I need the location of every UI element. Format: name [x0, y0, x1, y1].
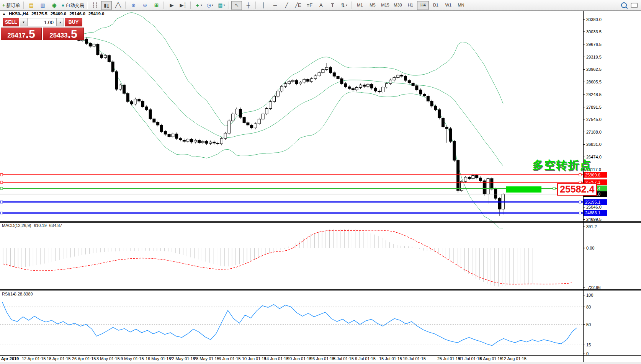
svg-text:0.00: 0.00 [586, 246, 594, 250]
toolbar-templates-icon[interactable]: ▦▾ [216, 1, 227, 10]
svg-text:25969.6: 25969.6 [585, 173, 600, 177]
timeframe-D1-button[interactable]: D1 [430, 1, 442, 10]
toolbar-auto-scroll-icon[interactable]: ▶ [166, 1, 177, 10]
templates-icon: ▦ [218, 3, 222, 8]
toolbar-new-order-button[interactable]: +新订单 [1, 1, 21, 10]
arrows-icon: ⇅ [341, 3, 345, 8]
sell-button[interactable]: SELL [3, 18, 19, 26]
toolbar-indicators-icon[interactable]: ＋▾ [193, 1, 204, 10]
sell-price-main: 25417 [7, 32, 25, 39]
new-order-label: 新订单 [7, 3, 20, 8]
sell-price-frac: .5 [26, 28, 35, 40]
toolbar-text-icon[interactable]: A [316, 1, 326, 10]
timeframe-M5-button[interactable]: M5 [366, 1, 378, 10]
time-label: 8 Apr 2019 [0, 356, 19, 361]
buy-price-frac: .5 [68, 28, 77, 40]
time-axis[interactable]: 8 Apr 201912 Apr 01:1518 Apr 01:1526 Apr… [0, 356, 527, 361]
toolbar-tile-windows-icon[interactable]: ⊞ [151, 1, 162, 10]
volume-decrease-button[interactable]: ▼ [20, 18, 27, 26]
indicators-dropdown-icon[interactable]: ▾ [201, 4, 202, 7]
toolbar-channel-icon[interactable]: ╱E [293, 1, 303, 10]
ohlc-low: 25146.0 [69, 11, 85, 16]
time-label: 12 Apr 01:15 [22, 356, 46, 361]
collapse-ohlc-icon[interactable]: ▲ [2, 12, 6, 16]
time-label: 26 Apr 01:15 [72, 356, 96, 361]
svg-text:50: 50 [586, 322, 591, 327]
macd-indicator-label: MACD(12,26,9) -610.19 -634.87 [2, 223, 62, 228]
toolbar-horizontal-line-icon[interactable]: ─ [270, 1, 280, 10]
toolbar-crosshair-icon[interactable]: ┼ [243, 1, 253, 10]
time-label: 3 Jul 01:15 [333, 356, 354, 361]
toolbar-data-window-icon[interactable]: ▥ [38, 1, 48, 10]
buy-price-display[interactable]: 25433 .5 [43, 28, 84, 40]
periods-dropdown-icon[interactable]: ▾ [212, 4, 213, 7]
trading-terminal-window: 30380.030033.529676.529319.528962.528605… [0, 0, 641, 364]
toolbar-bar-chart-icon[interactable]: ┆┆ [90, 1, 100, 10]
toolbar-separator [190, 2, 191, 9]
toolbar-line-chart-icon[interactable]: ╱╲ [113, 1, 123, 10]
time-label: 9 Jul 01:15 [355, 356, 376, 361]
timeframe-H1-button[interactable]: H1 [404, 1, 416, 10]
arrows-dropdown-icon[interactable]: ▾ [346, 4, 347, 7]
sell-price-display[interactable]: 25417 .5 [1, 28, 42, 40]
chart-text-annotation[interactable]: 多空转折点 [532, 158, 592, 173]
svg-text:24699.5: 24699.5 [586, 217, 602, 222]
svg-text:24883.1: 24883.1 [585, 211, 600, 215]
toolbar-candlestick-chart-icon[interactable]: ▮▯ [101, 1, 112, 10]
periods-icon: ◷ [207, 3, 211, 8]
svg-text:100: 100 [586, 293, 593, 297]
timeframe-M30-button[interactable]: M30 [392, 1, 404, 10]
time-label: 12 Aug 01:15 [502, 356, 527, 361]
svg-text:26831.0: 26831.0 [586, 142, 602, 147]
timeframe-H4-button[interactable]: H4 [417, 1, 429, 10]
toolbar-arrows-icon[interactable]: ⇅▾ [338, 1, 349, 10]
time-label: 28 May 01:15 [194, 356, 219, 361]
time-label: 6 Aug 01:15 [480, 356, 502, 361]
timeframe-MN-button[interactable]: MN [455, 1, 467, 10]
chart-shift-icon: ▶┆ [180, 3, 187, 8]
auto-trading-label: 自动交易 [65, 3, 84, 8]
timeframe-M1-button[interactable]: M1 [354, 1, 366, 10]
svg-text:15: 15 [586, 343, 591, 347]
volume-input[interactable]: 1.00 [27, 18, 57, 26]
bar-chart-icon: ┆┆ [92, 3, 98, 8]
toolbar-periods-icon[interactable]: ◷▾ [204, 1, 215, 10]
volume-increase-button[interactable]: ▲ [57, 18, 64, 26]
text-label-icon: T [331, 3, 334, 8]
ohlc-high: 25469.0 [51, 11, 67, 16]
timeframe-M15-button[interactable]: M15 [379, 1, 391, 10]
toolbar-vertical-line-icon[interactable]: │ [258, 1, 269, 10]
toolbar-chart-shift-icon[interactable]: ▶┆ [178, 1, 188, 10]
templates-dropdown-icon[interactable]: ▾ [224, 4, 225, 7]
line-chart-icon: ╱╲ [115, 3, 121, 8]
toolbar-navigator-icon[interactable]: ◉ [49, 1, 60, 10]
toolbar-auto-trading-button[interactable]: ●自动交易 [61, 1, 85, 10]
rsi-indicator-label: RSI(14) 28.8389 [2, 292, 33, 296]
toolbar-cursor-icon[interactable]: ↖ [231, 1, 242, 10]
toolbar-separator [23, 2, 24, 9]
search-icon[interactable] [621, 2, 627, 8]
auto-trading-icon: ● [62, 3, 65, 8]
auto-scroll-icon: ▶ [170, 3, 173, 8]
svg-text:27891.5: 27891.5 [586, 105, 602, 109]
time-label: 3 May 01:15 [96, 356, 120, 361]
navigator-icon: ◉ [52, 3, 56, 8]
svg-text:391.2: 391.2 [586, 224, 597, 229]
new-order-icon: + [2, 3, 5, 8]
price-callout-box[interactable]: 25582.4 [557, 183, 597, 196]
chat-icon[interactable] [631, 3, 638, 8]
chart-area[interactable] [0, 11, 583, 355]
timeframe-W1-button[interactable]: W1 [442, 1, 454, 10]
toolbar-market-watch-icon[interactable]: ▤ [26, 1, 37, 10]
toolbar-zoom-out-icon[interactable]: ⊖ [139, 1, 150, 10]
svg-text:-722.96: -722.96 [586, 285, 600, 290]
time-label: 25 Jul 01:15 [437, 356, 460, 361]
cursor-icon: ↖ [235, 3, 239, 8]
text-icon: A [319, 3, 323, 8]
buy-button[interactable]: BUY [65, 18, 82, 26]
toolbar-text-label-icon[interactable]: T [327, 1, 338, 10]
svg-text:80: 80 [586, 305, 591, 309]
toolbar-zoom-in-icon[interactable]: ⊕ [128, 1, 139, 10]
toolbar-trendline-icon[interactable]: ╱ [281, 1, 292, 10]
toolbar-fibonacci-icon[interactable]: ≡F [304, 1, 315, 10]
